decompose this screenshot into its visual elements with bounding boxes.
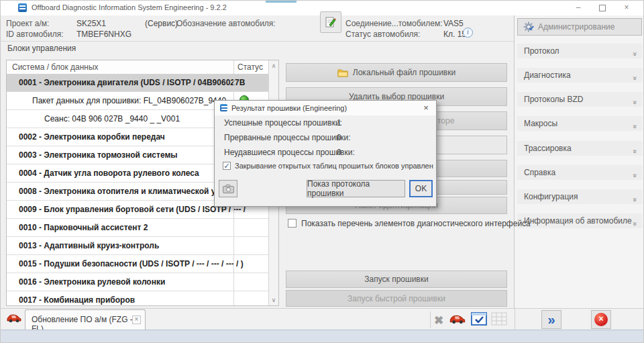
sidebar-item-protocol[interactable]: Протокол» [517, 44, 642, 58]
window-title: Offboard Diagnostic Information System E… [32, 3, 227, 11]
table-row[interactable]: 0017 - Комбинация приборов [7, 291, 269, 306]
show-flash-log-button[interactable]: Показ протокола прошивки [307, 180, 405, 197]
grid-icon [491, 312, 507, 326]
exit-button[interactable]: × [591, 310, 611, 329]
minimize-button[interactable]: – [570, 3, 587, 13]
sidebar-item-vehicle-info[interactable]: Информация об автомобиле» [517, 213, 642, 228]
table-header[interactable]: Система / блок данных Статус [7, 60, 269, 75]
vehicle-status-label: Статус автомобиля: [345, 30, 420, 39]
sidebar-item-bzd-protocols[interactable]: Протоколы BZD» [517, 92, 642, 107]
sidebar-item-configuration[interactable]: Конфигурация» [517, 189, 642, 204]
forward-button[interactable]: » [541, 310, 561, 329]
close-tables-label: Закрывание открытых таблиц прошитых блок… [235, 162, 433, 170]
local-flash-file-button[interactable]: Локальный файл прошивки [286, 63, 507, 82]
table-row[interactable]: 0010 - Парковочный ассистент 2 [7, 219, 269, 237]
project-value: SK25X1 [76, 19, 106, 28]
administration-label: Администрирование [538, 22, 614, 32]
stat-failed-label: Неудавшиеся процессы прошивки: [224, 148, 355, 157]
top-edge-artifact [266, 1, 297, 3]
notepad-pencil-icon [325, 16, 337, 28]
project-label: Проект а/м: [6, 19, 49, 28]
tab-close-icon[interactable]: × [132, 315, 141, 324]
maximize-button[interactable] [594, 3, 611, 13]
dialog-close-icon[interactable]: × [416, 101, 436, 115]
chevron-double-icon: » [627, 173, 642, 177]
chevron-double-icon: » [627, 149, 642, 152]
double-arrow-icon: » [547, 313, 555, 326]
show-elements-checkbox[interactable] [288, 219, 297, 228]
column-status: Статус [237, 62, 263, 72]
stat-aborted-value: 0 [337, 133, 341, 142]
vehicle-header: Проект а/м: SK25X1 (Сервис) Обозначение … [1, 15, 514, 42]
flash-result-dialog: Результат прошивки (Engineering) × Успеш… [214, 100, 437, 207]
gear-icon [523, 21, 534, 32]
designation-label: Обозначение автомобиля: [176, 19, 276, 28]
tab-vehicle-sw-update[interactable]: Обновление ПО а/м (FZG - FL) × [25, 309, 146, 330]
close-tables-checkbox[interactable]: ✓ [223, 162, 231, 170]
chevron-double-icon: » [627, 197, 642, 201]
table-row[interactable]: 0016 - Электроника рулевой колонки [7, 273, 269, 291]
car-icon [6, 313, 22, 323]
sidebar: Администрирование Протокол» Диагностика»… [514, 15, 644, 308]
table-row[interactable]: 0001 - Электроника двигателя (UDS / ISOT… [7, 74, 269, 92]
window-check-icon[interactable] [471, 312, 487, 326]
vehicle-id-label: ID автомобиля: [6, 30, 64, 39]
stat-aborted-label: Прерванные процессы прошивки: [224, 133, 351, 142]
sidebar-item-diagnostics[interactable]: Диагностика» [517, 68, 642, 83]
sidebar-item-help[interactable]: Справка» [517, 165, 642, 180]
control-units-title: Блоки управления [7, 44, 76, 53]
close-button[interactable]: × [618, 3, 635, 13]
chevron-double-icon: » [627, 222, 642, 225]
connection-value: VAS5 [443, 19, 464, 28]
delete-icon[interactable]: ✖ [434, 313, 443, 328]
toolbar-divider [430, 311, 431, 328]
connection-label: Соединение...томобилем: [345, 19, 443, 28]
dialog-title: Результат прошивки (Engineering) [231, 104, 347, 112]
maximize-icon [599, 5, 606, 11]
sidebar-item-macros[interactable]: Макросы» [517, 116, 642, 131]
start-fast-flash-button: Запуск быстрой прошивки [286, 290, 507, 307]
info-icon[interactable]: i [463, 28, 473, 38]
vehicle-id-value: TMBEF6NHXG [76, 30, 131, 39]
red-close-icon: × [594, 313, 608, 326]
show-elements-label: Показать перечень элементов диагностичес… [301, 219, 531, 228]
column-system: Система / блок данных [12, 62, 99, 72]
chevron-double-icon: » [627, 76, 642, 79]
ok-button[interactable]: OK [409, 180, 433, 197]
screenshot-button[interactable] [219, 180, 237, 197]
app-icon [18, 3, 27, 12]
scroll-down-icon[interactable]: ∨ [269, 297, 278, 303]
project-mode: (Сервис) [145, 19, 178, 28]
app-icon [220, 104, 227, 111]
table-row[interactable]: 0015 - Подушки безопасности (UDS / ISOTP… [7, 255, 269, 273]
toolbar-divider [515, 309, 515, 330]
bottom-toolbar: Обновление ПО а/м (FZG - FL) × ✖ [1, 308, 644, 330]
application-window: Offboard Diagnostic Information System E… [0, 0, 644, 343]
stat-success-label: Успешные процессы прошивки: [224, 118, 342, 128]
chevron-double-icon: » [627, 100, 642, 103]
start-flash-button[interactable]: Запуск прошивки [286, 271, 507, 288]
chevron-double-icon: » [627, 52, 642, 55]
chevron-double-icon: » [627, 124, 642, 128]
repository-label-fragment: торе [437, 116, 454, 126]
car-icon[interactable] [449, 313, 466, 324]
stat-failed-value: 0 [337, 148, 341, 157]
status-strip [1, 330, 644, 343]
stat-success-value: 1 [337, 118, 341, 128]
edit-note-button[interactable] [320, 11, 341, 33]
scroll-up-icon[interactable]: ∧ [269, 62, 278, 69]
folder-icon [337, 68, 348, 77]
administration-button[interactable]: Администрирование [517, 18, 642, 36]
dialog-title-bar[interactable]: Результат прошивки (Engineering) × [215, 101, 436, 115]
camera-icon [223, 185, 234, 193]
sidebar-item-tracing[interactable]: Трассировка» [517, 141, 642, 156]
table-row[interactable]: 0013 - Адаптивный круиз-контроль [7, 237, 269, 255]
